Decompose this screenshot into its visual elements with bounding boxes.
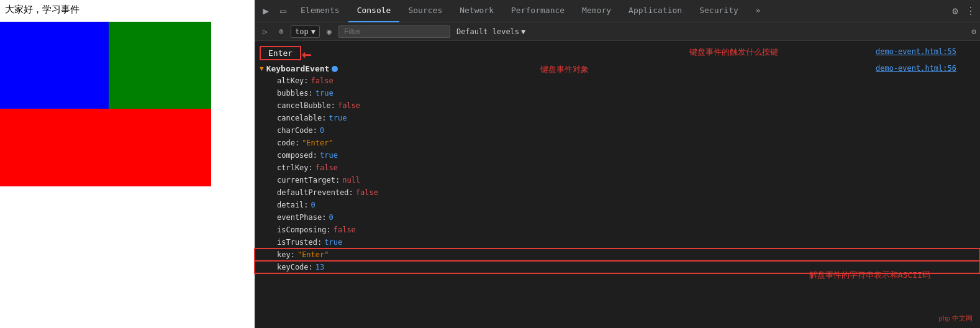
console-toolbar: ▷ ⊗ top ▼ ◉ Default levels ▼ ⚙ [255,22,980,41]
prop-val: false [338,100,360,111]
arrow-to-enter: ← [302,45,312,63]
keyboard-event-dot [332,66,338,72]
prop-row: isComposing: false [255,224,980,236]
blue-block [0,22,109,109]
prop-row: altKey: false [255,75,980,87]
prop-row: cancelable: true [255,112,980,124]
filter-input[interactable] [338,25,450,38]
enter-row: Enter ← demo-event.html:55 [255,43,980,63]
prop-key: cancelBubble: [277,100,335,111]
prop-row: defaultPrevented: false [255,186,980,199]
context-dropdown-icon: ▼ [311,27,315,36]
red-block [0,109,211,186]
prop-val: true [324,237,342,248]
tab-sources[interactable]: Sources [399,0,451,22]
annotation-ascii: 解盘事件的字符串表示和ASCII码 [809,270,930,281]
prop-key: key: [277,249,295,260]
prop-val: false [311,75,333,86]
prop-row: isTrusted: true [255,236,980,248]
prop-key: altKey: [277,75,309,86]
prop-row: key: "Enter" [255,248,980,261]
prop-key: currentTarget: [277,175,340,186]
prop-row: eventPhase: 0 [255,211,980,224]
watermark: php 中文网 [937,312,975,324]
tab-application[interactable]: Application [620,0,691,22]
prop-key: isComposing: [277,224,331,235]
prop-key: eventPhase: [277,212,326,223]
settings-icon[interactable]: ⚙ [946,2,964,20]
eye-icon[interactable]: ◉ [322,25,336,39]
color-blocks [0,22,211,186]
default-levels-arrow: ▼ [521,27,525,36]
prop-key: cancelable: [277,112,326,124]
prop-val: true [315,88,333,99]
prop-val: false [315,162,338,173]
page-title: 大家好，学习事件 [0,0,255,19]
prop-key: charCode: [277,125,317,136]
prop-row: currentTarget: null [255,174,980,186]
green-block [109,22,211,109]
tab-more[interactable]: » [747,0,769,22]
prop-key: detail: [277,199,309,211]
prop-key: code: [277,137,299,148]
default-levels-label: Default levels [456,27,519,36]
prop-key: isTrusted: [277,237,322,248]
prop-val: false [356,187,378,198]
prop-val: true [320,150,338,161]
more-options-icon[interactable]: ⋮ [964,2,978,20]
enter-button[interactable]: Enter [260,46,301,60]
tab-network[interactable]: Network [451,0,502,22]
tab-performance[interactable]: Performance [502,0,573,22]
prop-key: defaultPrevented: [277,187,353,198]
prop-val: true [329,112,347,124]
prop-row: code: "Enter" [255,137,980,149]
annotation-keyboard-key: 键盘事件的触发什么按键 [689,47,778,58]
prop-key: keyCode: [277,262,313,273]
prop-key: bubbles: [277,88,313,99]
tab-security[interactable]: Security [691,0,747,22]
prop-row: ctrlKey: false [255,162,980,174]
prop-key: ctrlKey: [277,162,313,173]
console-output: Enter ← demo-event.html:55 ▼ KeyboardEve… [255,41,980,328]
devtools-toolbar: ▶ ▭ Elements Console Sources Network Per… [255,0,980,22]
context-selector[interactable]: top ▼ [291,25,320,38]
prop-val: "Enter" [297,249,329,260]
inspect-icon[interactable]: ▶ [257,2,274,20]
tab-memory[interactable]: Memory [573,0,620,22]
left-panel: 大家好，学习事件 [0,0,255,328]
prop-val: 0 [320,125,324,136]
block-icon[interactable]: ⊗ [274,25,288,39]
prop-val: "Enter" [302,137,333,148]
console-settings-icon[interactable]: ⚙ [971,27,976,36]
prop-val: 13 [315,262,324,273]
file-link-1[interactable]: demo-event.html:55 [876,47,956,56]
clear-console-icon[interactable]: ▷ [258,25,272,39]
tab-console[interactable]: Console [348,0,400,22]
prop-val: 0 [311,199,315,211]
keyboard-event-label: KeyboardEvent [266,64,330,73]
prop-row: detail: 0 [255,199,980,211]
device-icon[interactable]: ▭ [274,2,292,20]
prop-val: null [342,175,360,186]
default-levels-dropdown[interactable]: Default levels ▼ [453,26,529,37]
expand-triangle: ▼ [260,65,264,73]
file-link-2[interactable]: demo-event.html:56 [876,64,956,73]
prop-row: cancelBubble: false [255,99,980,112]
prop-row: composed: true [255,149,980,162]
context-label: top [295,27,309,36]
prop-key: composed: [277,150,317,161]
tab-elements[interactable]: Elements [292,0,348,22]
prop-val: false [333,224,356,235]
prop-val: 0 [329,212,333,223]
keyboard-event-row[interactable]: ▼ KeyboardEvent 键盘事件对象 键盘事件的触发什么按键 demo-… [255,63,980,75]
devtools-panel: ▶ ▭ Elements Console Sources Network Per… [255,0,980,328]
prop-row: bubbles: true [255,87,980,99]
prop-row: charCode: 0 [255,124,980,137]
annotation-keyboard-obj: 键盘事件对象 [540,64,589,75]
properties-container: altKey: falsebubbles: truecancelBubble: … [255,75,980,273]
